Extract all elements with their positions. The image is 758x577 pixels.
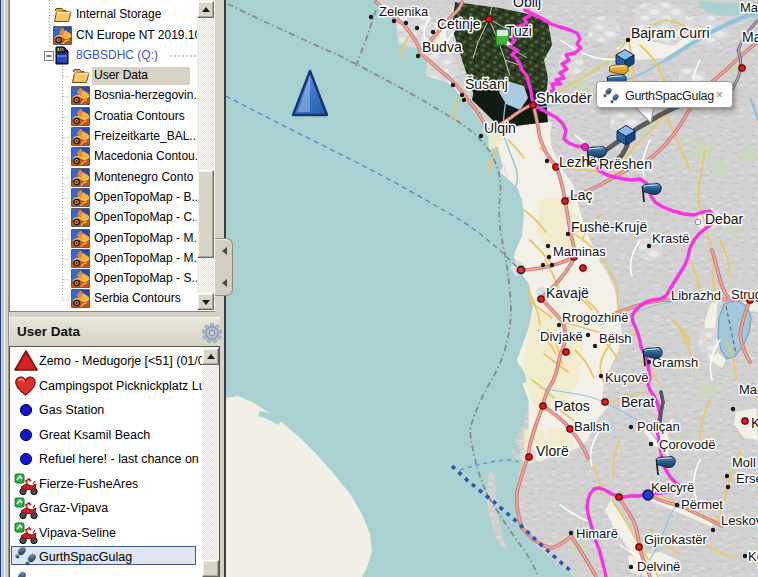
user-data-item-refuel-here-last-chance-on-tr[interactable]: Refuel here! - last chance on tr — [10, 447, 219, 471]
tree-item-label: Montenegro Conto ... — [94, 170, 207, 184]
town-dot — [599, 374, 603, 378]
map-product-icon — [71, 269, 91, 288]
map-product-icon — [71, 127, 91, 146]
town-label: Divjakë — [540, 329, 583, 344]
town-label: Çorovodë — [659, 437, 715, 452]
tree-item-label: OpenTopoMap - M... — [94, 251, 203, 265]
tooltip-close-button[interactable]: × — [715, 87, 723, 102]
map-canvas[interactable]: ZelenikaCetinjeBudvaŠušanjUlqinTuziObilj… — [224, 0, 758, 577]
tree-scrollbar-thumb[interactable] — [197, 170, 214, 258]
track-tooltip[interactable]: GurthSpacGulag × — [596, 81, 733, 108]
map-product-icon — [71, 229, 91, 248]
map-product-icon — [71, 249, 91, 268]
town-label: Kón — [748, 549, 758, 564]
town-label: Kelcyrë — [651, 480, 694, 495]
user-data-item-great-ksamil-beach[interactable]: Great Ksamil Beach — [10, 423, 219, 447]
city-dot — [567, 426, 573, 432]
tree-expander-minus[interactable] — [44, 51, 55, 62]
town-dot — [569, 531, 573, 535]
town-dot — [550, 263, 554, 267]
tree-item-freizeitkarte-bal-[interactable]: Freizeitkarte_BAL... — [10, 127, 215, 147]
user-data-item-campingspot-picknickplatz-luki[interactable]: Campingspot Picknickplatz Luki — [10, 374, 219, 398]
town-dot — [675, 503, 679, 507]
town-label: Budva — [422, 39, 462, 55]
tree-item-croatia-contours[interactable]: Croatia Contours — [10, 107, 215, 127]
tree-item-cn-europe-nt-2019-10[interactable]: CN Europe NT 2019.10 — [10, 26, 215, 46]
town-label: Debar — [705, 211, 743, 227]
town-dot — [369, 15, 373, 19]
waypoint-dot-marker[interactable] — [643, 490, 653, 500]
tree-item-label: CN Europe NT 2019.10 — [76, 28, 201, 42]
town-label: Ballsh — [574, 419, 609, 434]
tree-item-label: OpenTopoMap - S... — [94, 271, 201, 285]
town-dot — [626, 38, 630, 42]
map-product-icon — [71, 107, 91, 126]
tree-item-opentopomap-m-[interactable]: OpenTopoMap - M... — [10, 249, 215, 269]
town-label: Himarë — [576, 526, 618, 541]
list-scroll-up-button[interactable] — [202, 348, 219, 365]
town-label: Vlorë — [536, 443, 569, 459]
route-icon — [13, 521, 39, 545]
town-dot — [547, 255, 551, 259]
footprints-icon — [13, 545, 39, 569]
tree-item-8gbsdhc-q-[interactable]: 8GBSDHC (Q:) — [10, 46, 215, 66]
town-dot — [731, 407, 735, 411]
user-data-item-gas-station[interactable]: Gas Station — [10, 398, 219, 422]
gear-icon[interactable] — [201, 322, 223, 344]
user-data-item-gurthspacgulag[interactable]: GurthSpacGulag — [10, 545, 219, 569]
tree-item-user-data[interactable]: User Data — [10, 66, 215, 86]
tree-item-bosnia-herzegovin-[interactable]: Bosnia-herzegovin... — [10, 86, 215, 106]
town-label: Moll — [732, 455, 756, 470]
up-arrow-icon — [207, 354, 215, 359]
town-dot — [462, 98, 466, 102]
town-label: Delvinë — [637, 559, 680, 574]
town-dot — [566, 232, 570, 236]
user-data-item-zemo-medugorje-51-01-01-[interactable]: Zemo - Medugorje [<51] (01/01- — [10, 349, 219, 373]
tree-item-opentopomap-b-[interactable]: OpenTopoMap - B... — [10, 188, 215, 208]
tree-item-montenegro-conto-[interactable]: Montenegro Conto ... — [10, 168, 215, 188]
town-dot — [545, 159, 549, 163]
tree-item-opentopomap-c-[interactable]: OpenTopoMap - C... — [10, 208, 215, 228]
town-label: Gjirokastër — [644, 532, 708, 547]
footprints-icon — [602, 86, 622, 106]
blue-dot-icon — [13, 398, 39, 422]
user-data-item-graz-vipava[interactable]: Graz-Vipava — [10, 496, 219, 520]
list-scrollbar-thumb[interactable] — [202, 560, 219, 577]
town-label: Fushë-Krujë — [571, 219, 647, 235]
user-data-item-partial[interactable] — [10, 570, 219, 577]
route-icon — [13, 472, 39, 496]
sd-card-icon — [53, 46, 73, 65]
town-dot — [546, 244, 550, 248]
tree-item-opentopomap-s-[interactable]: OpenTopoMap - S... — [10, 269, 215, 289]
map-product-icon — [71, 147, 91, 166]
collapse-left-arrow-icon — [222, 247, 227, 255]
user-data-item-label: Campingspot Picknickplatz Luki — [39, 379, 215, 393]
town-dot — [647, 244, 651, 248]
folder-open-icon — [53, 5, 73, 24]
town-label: Patos — [554, 398, 590, 414]
list-scrollbar[interactable] — [202, 347, 219, 577]
map-product-icon — [71, 188, 91, 207]
town-label: Struga — [731, 287, 758, 302]
tree-item-serbia-contours[interactable]: Serbia Contours — [10, 289, 215, 309]
town-dot — [392, 19, 396, 23]
town-label: Shkodër — [536, 89, 592, 106]
tree-item-macedonia-contou-[interactable]: Macedonia Contou... — [10, 147, 215, 167]
tree-item-opentopomap-m-[interactable]: OpenTopoMap - M... — [10, 229, 215, 249]
basecamp-window: Internal Storage CN Europe NT 2019.10 8G… — [0, 0, 758, 577]
tree-item-internal-storage[interactable]: Internal Storage — [10, 5, 215, 25]
user-data-item-label: Graz-Vipava — [39, 501, 108, 515]
user-data-item-vipava-seline[interactable]: Vipava-Seline — [10, 521, 219, 545]
user-data-item-label: Zemo - Medugorje [<51] (01/01- — [39, 354, 216, 368]
tree-scroll-down-button[interactable] — [197, 293, 214, 310]
town-label: Šušanj — [465, 76, 508, 92]
tree-scrollbar[interactable] — [197, 0, 214, 311]
splitter-collapse-handle[interactable] — [215, 238, 233, 296]
trackpoint-dot — [581, 143, 588, 150]
blue-dot-icon — [13, 423, 39, 447]
map-product-icon — [71, 208, 91, 227]
tree-scroll-up-button[interactable] — [197, 1, 214, 18]
map-product-icon — [71, 86, 91, 105]
town-label: Ma — [740, 0, 758, 15]
user-data-item-fierze-fusheares[interactable]: Fierze-FusheAres — [10, 472, 219, 496]
